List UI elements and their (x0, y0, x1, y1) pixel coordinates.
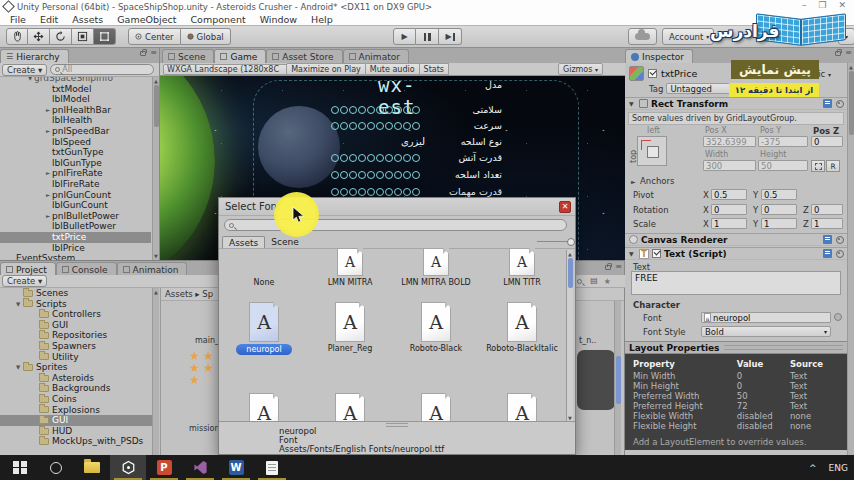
pos-z-field[interactable]: 0 (811, 136, 843, 147)
menu-help[interactable]: Help (304, 14, 340, 25)
pivot-x-field[interactable]: 0.5 (711, 189, 747, 200)
font-item-roboto-blackitalic[interactable]: ARoboto-BlackItalic (480, 302, 564, 353)
dialog-zoom-slider[interactable] (537, 241, 573, 242)
menu-gameobject[interactable]: GameObject (110, 14, 183, 25)
dialog-zoom-knob[interactable] (567, 238, 575, 246)
font-item-lmn-mitra[interactable]: ALMN MITRA (308, 248, 392, 287)
rotation-z-field[interactable]: 0 (811, 204, 843, 215)
raw-mode-button[interactable]: R (826, 160, 840, 172)
pos-y-field[interactable]: -375 (758, 136, 808, 147)
inspector-lock-icon[interactable] (835, 51, 841, 56)
menu-assets[interactable]: Assets (65, 14, 110, 25)
project-folder-gui[interactable]: GUI (0, 415, 152, 426)
close-button[interactable]: ✕ (838, 0, 846, 10)
font-item-none[interactable]: None (222, 248, 306, 287)
start-button[interactable] (2, 455, 38, 480)
unity-taskbar-button[interactable] (110, 455, 146, 480)
asset-stars-sprite[interactable]: ★★★★★☆ (189, 350, 217, 386)
tab-animator[interactable]: Animator (343, 49, 409, 63)
scale-z-field[interactable]: 1 (811, 218, 843, 229)
help-book-icon[interactable] (823, 99, 832, 108)
hierarchy-item-EventSystem[interactable]: EventSystem (0, 253, 151, 260)
pivot-y-field[interactable]: 0.5 (761, 189, 797, 200)
hierarchy-scrollbar[interactable]: ▲ ▼ (152, 77, 159, 260)
font-item-planer_reg[interactable]: APlaner_Reg (308, 302, 392, 353)
hierarchy-item-txtGunType[interactable]: txtGunType (0, 147, 151, 158)
hierarchy-create-button[interactable]: Create ▾ (2, 64, 47, 76)
project-folder-explosions[interactable]: Explosions (0, 405, 152, 416)
object-picker-icon[interactable] (834, 313, 842, 321)
minimize-button[interactable]: – (802, 0, 807, 10)
panel-menu-icon[interactable]: ≡ (150, 50, 157, 56)
dialog-scrollbar[interactable]: ▲ ▼ (566, 250, 573, 422)
hierarchy-item-lblFireRate[interactable]: lblFireRate (0, 179, 151, 190)
tab-game[interactable]: Game (214, 49, 266, 63)
tab-console[interactable]: Console (56, 262, 117, 276)
hierarchy-item-txtModel[interactable]: txtModel (0, 84, 151, 95)
project-search-icon[interactable] (577, 279, 582, 284)
scale-x-field[interactable]: 1 (711, 218, 747, 229)
account-dropdown[interactable]: Account▾ (662, 28, 714, 45)
gear-icon[interactable] (836, 100, 844, 108)
active-checkbox[interactable] (648, 69, 657, 78)
project-folder-backgrounds[interactable]: Backgrounds (0, 383, 152, 394)
project-folder-mockups_with_psds[interactable]: MockUps_with_PSDs (0, 436, 152, 447)
object-name[interactable]: txtPrice (661, 68, 697, 79)
project-folder-gui[interactable]: GUI (0, 320, 152, 331)
project-folder-coins[interactable]: Coins (0, 394, 152, 405)
maximize-button[interactable]: ❐ (818, 0, 826, 10)
rotation-y-field[interactable]: 0 (761, 204, 797, 215)
lock-icon[interactable] (140, 51, 146, 56)
font-item-neuropol[interactable]: Aneuropol (222, 302, 306, 355)
project-folder-utility[interactable]: Utility (0, 352, 152, 363)
asset-label-right-top[interactable]: t_n.. (579, 336, 596, 345)
anchors-foldout[interactable]: ► (631, 178, 638, 185)
word-taskbar-button[interactable]: W (218, 455, 254, 480)
tab-asset-store[interactable]: Asset Store (266, 49, 342, 63)
height-field[interactable]: 50 (758, 160, 808, 171)
rotation-x-field[interactable]: 0 (711, 204, 747, 215)
width-field[interactable]: 300 (703, 160, 756, 171)
project-folder-controllers[interactable]: Controllers (0, 309, 152, 320)
cortana-button[interactable] (38, 455, 74, 480)
project-folder-scripts[interactable]: ▼Scripts (0, 299, 152, 310)
hierarchy-item-lblSpeed[interactable]: lblSpeed (0, 137, 151, 148)
pos-x-field[interactable]: 352.6399 (703, 136, 756, 147)
tab-project[interactable]: Project (0, 262, 56, 276)
hierarchy-item-pnlBulletPower[interactable]: ►pnlBulletPower (0, 211, 151, 222)
rect-tool-icon[interactable] (94, 28, 116, 45)
dialog-tab-assets[interactable]: Assets (222, 236, 265, 248)
mute-audio-button[interactable]: Mute audio (366, 63, 420, 75)
filter-type-icon[interactable]: ▤ (590, 278, 598, 284)
inspector-menu-icon[interactable]: ≡ (845, 50, 852, 56)
maximize-on-play-button[interactable]: Maximize on Play (286, 63, 366, 75)
hierarchy-item-pnlGunCount[interactable]: ►pnlGunCount (0, 190, 151, 201)
language-indicator[interactable]: ENG (829, 463, 848, 473)
project-folder-sprites[interactable]: ▼Sprites (0, 362, 152, 373)
text-script-foldout[interactable]: ▼ (629, 250, 636, 257)
aspect-dropdown[interactable]: WXGA Landscape (1280x8C▾ (163, 64, 295, 75)
hierarchy-item-lblHealth[interactable]: lblHealth (0, 115, 151, 126)
step-button[interactable]: ▶ (439, 28, 462, 45)
move-tool-icon[interactable] (28, 28, 50, 45)
pause-button[interactable] (416, 28, 439, 45)
hierarchy-item-lblBulletPower[interactable]: lblBulletPower (0, 221, 151, 232)
hierarchy-search-input[interactable]: All (50, 64, 154, 75)
play-button[interactable]: ▶ (393, 28, 416, 45)
menu-window[interactable]: Window (253, 14, 304, 25)
anchor-preset-widget[interactable] (637, 136, 667, 166)
stats-button[interactable]: Stats (420, 63, 449, 75)
hierarchy-item-lblModel[interactable]: lblModel (0, 94, 151, 105)
hierarchy-item-txtPrice[interactable]: txtPrice (0, 232, 151, 243)
text-value-textarea[interactable]: FREE (631, 271, 841, 295)
tab-inspector[interactable]: Inspector (625, 49, 693, 63)
inspector-scrollbar[interactable]: ▲ (847, 63, 854, 455)
hierarchy-item-root[interactable]: ▼grdSpaceShipInfo (0, 77, 151, 84)
dialog-close-button[interactable]: ✕ (559, 201, 571, 213)
font-item-lmn-titr[interactable]: ALMN TITR (480, 248, 564, 287)
hierarchy-item-lblPrice[interactable]: lblPrice (0, 243, 151, 254)
hierarchy-item-pnlHealthBar[interactable]: ►pnlHealthBar (0, 105, 151, 116)
file-explorer-button[interactable] (74, 455, 110, 480)
powerpoint-taskbar-button[interactable]: P (146, 455, 182, 480)
blueprint-mode-button[interactable] (811, 160, 825, 172)
